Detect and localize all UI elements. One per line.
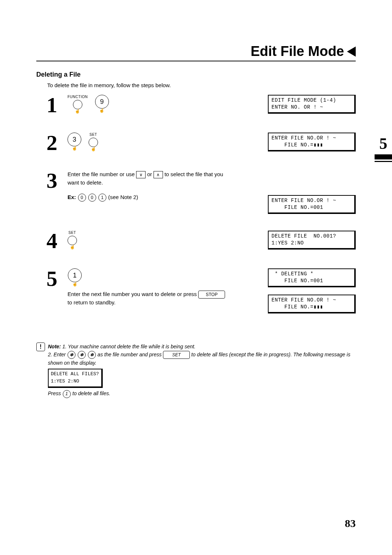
set-button[interactable]: SET ☝: [68, 231, 77, 250]
hand-icon: ☝: [72, 281, 78, 287]
tab-bar-icon: [375, 154, 392, 159]
note-body: Note: 1. Your machine cannot delete the …: [48, 343, 356, 398]
t: or: [147, 171, 154, 177]
key-row: SET ☝: [68, 231, 77, 250]
key-1-icon: 1: [98, 194, 106, 202]
t: to delete all files.: [73, 390, 110, 396]
ex-label: Ex:: [68, 194, 76, 200]
step-1: 1 FUNCTION ☝ 9 ☝ EDIT FILE MODE (1-4) EN…: [36, 94, 356, 116]
t: 2. Enter: [48, 352, 67, 357]
text-col: 1 ☝ Enter the next file number you want …: [68, 268, 227, 307]
step-body: 1 ☝ Enter the next file number you want …: [68, 268, 356, 313]
oval-icon: [89, 138, 98, 147]
note-1: 1. Your machine cannot delete the file w…: [62, 344, 196, 349]
key-9-button[interactable]: 9 ☝: [95, 95, 109, 113]
key-face: 9: [95, 95, 109, 109]
text-col: Enter the file number or use ∨ or ∧ to s…: [68, 170, 227, 202]
button-label: SET: [69, 231, 76, 235]
oval-icon: [73, 100, 82, 109]
hand-icon: ☝: [91, 146, 96, 151]
lcd-display: EDIT FILE MODE (1-4) ENTER NO. OR ! ~: [268, 95, 356, 114]
page-header: Edit File Mode: [36, 44, 356, 61]
step-5: 5 1 ☝ Enter the next file number you wan…: [36, 268, 356, 313]
lcd-display: ENTER FILE NO.OR ! ~ FILE NO.=001: [268, 195, 356, 214]
hand-icon: ☝: [72, 146, 77, 151]
step-2: 2 3 ☝ SET ☝ ENTER FILE NO.OR ! ~ FILE NO…: [36, 132, 356, 154]
key-1-button[interactable]: 1 ☝: [68, 268, 82, 287]
t: as the file number and press: [98, 352, 163, 357]
star-key-icon: ✽: [78, 351, 86, 359]
note-2: 2. Enter ✽ ✽ ✽ as the file number and pr…: [48, 352, 350, 366]
header-title: Edit File Mode: [250, 44, 344, 59]
function-button[interactable]: FUNCTION ☝: [68, 95, 88, 114]
note-label: Note:: [48, 344, 61, 349]
lcd-display: ENTER FILE NO.OR ! ~ FILE NO.=▮▮▮: [268, 133, 356, 151]
content-area: Edit File Mode Deleting a File To delete…: [0, 0, 392, 398]
step-body: SET ☝ DELETE FILE NO.001? 1:YES 2:NO: [68, 230, 356, 250]
key-face: 1: [68, 268, 82, 282]
step-number: 3: [36, 170, 57, 191]
lcd-display: ENTER FILE NO.OR ! ~ FILE NO.=▮▮▮: [268, 295, 356, 313]
hand-icon: ☝: [99, 108, 105, 113]
key-0-icon: 0: [78, 194, 86, 202]
lcd-display: DELETE FILE NO.001? 1:YES 2:NO: [268, 231, 356, 250]
star-key-icon: ✽: [88, 351, 96, 359]
t: Enter the file number or use: [68, 171, 136, 177]
star-key-icon: ✽: [68, 351, 75, 359]
section-intro: To delete the file in memory, follow the…: [47, 82, 356, 88]
alert-icon: !: [36, 343, 45, 351]
t: Enter the next file number you want to d…: [68, 291, 198, 297]
oval-icon: [68, 236, 77, 245]
side-tab: 5: [375, 134, 392, 162]
hand-icon: ☝: [75, 109, 80, 114]
t: Press: [48, 390, 62, 396]
key-3-button[interactable]: 3 ☝: [68, 133, 81, 151]
step-number: 1: [36, 94, 57, 116]
tab-line-icon: [375, 161, 392, 162]
section-title: Deleting a File: [36, 71, 356, 78]
step-text: Enter the file number or use ∨ or ∧ to s…: [68, 170, 227, 187]
page: Edit File Mode Deleting a File To delete…: [0, 0, 392, 555]
hand-icon: ☝: [70, 244, 75, 250]
step-number: 2: [36, 132, 57, 154]
step-3: 3 Enter the file number or use ∨ or ∧ to…: [36, 170, 356, 214]
ex-after: (see Note 2): [108, 194, 138, 200]
key-face: 3: [68, 133, 81, 146]
key-row: 3 ☝ SET ☝: [68, 133, 98, 151]
step-number: 5: [36, 268, 57, 289]
button-label: FUNCTION: [68, 95, 88, 99]
step-text: Enter the next file number you want to d…: [68, 290, 227, 307]
example-line: Ex: 0 0 1 (see Note 2): [68, 193, 227, 202]
key-1-icon: 1: [63, 390, 71, 398]
key-row: FUNCTION ☝ 9 ☝: [68, 95, 109, 114]
chapter-number: 5: [379, 134, 387, 153]
step-body: 3 ☝ SET ☝ ENTER FILE NO.OR ! ~ FILE NO.=…: [68, 132, 356, 151]
page-number: 83: [345, 517, 356, 530]
lcd-display: DELETE ALL FILES? 1:YES 2:NO: [48, 369, 103, 388]
step-4: 4 SET ☝ DELETE FILE NO.001? 1:YES 2:NO: [36, 230, 356, 252]
lcd-col: * DELETING * FILE NO.=001 ENTER FILE NO.…: [268, 268, 356, 313]
set-button[interactable]: SET ☝: [89, 133, 98, 151]
set-key-icon: SET: [163, 351, 190, 359]
step-body: Enter the file number or use ∨ or ∧ to s…: [68, 170, 356, 214]
step-number: 4: [36, 230, 57, 252]
lcd-display: * DELETING * FILE NO.=001: [268, 268, 356, 287]
note-2b: Press 1 to delete all files.: [48, 390, 110, 396]
key-0-icon: 0: [88, 194, 96, 202]
down-key-icon: ∨: [136, 171, 146, 178]
stop-key-icon: STOP: [198, 291, 225, 299]
arrow-left-icon: [347, 46, 356, 57]
step-body: FUNCTION ☝ 9 ☝ EDIT FILE MODE (1-4) ENTE…: [68, 94, 356, 114]
lcd-col: ENTER FILE NO.OR ! ~ FILE NO.=001: [268, 170, 356, 214]
up-key-icon: ∧: [154, 171, 163, 178]
t: to return to standby.: [68, 299, 115, 305]
button-label: SET: [90, 133, 97, 137]
note-block: ! Note: 1. Your machine cannot delete th…: [36, 343, 356, 398]
